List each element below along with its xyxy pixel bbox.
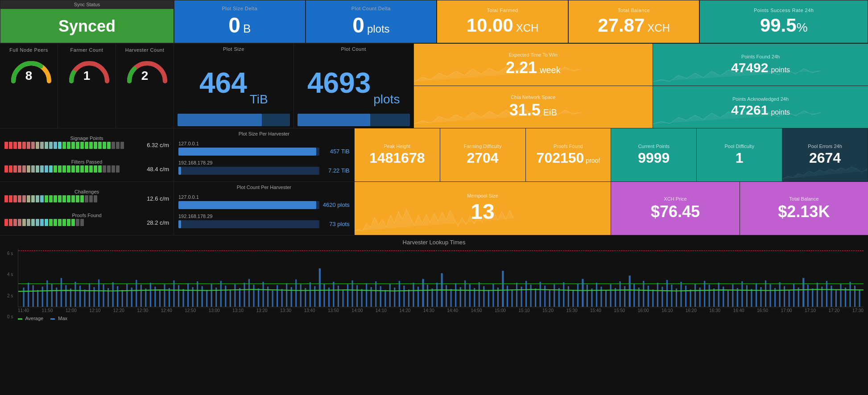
expected-time-unit: week bbox=[540, 65, 561, 75]
harvester2-ip: 192.168.178.29 bbox=[178, 160, 350, 165]
signage-bar bbox=[76, 142, 79, 149]
signage-bar bbox=[54, 142, 57, 149]
svg-rect-140 bbox=[680, 282, 682, 307]
svg-rect-119 bbox=[582, 279, 583, 307]
plot-size-label: Plot Size bbox=[174, 44, 293, 52]
filter-bar bbox=[40, 165, 44, 173]
signage-section: Signage Points bbox=[0, 128, 174, 181]
svg-rect-6 bbox=[51, 284, 53, 307]
svg-rect-158 bbox=[765, 280, 766, 307]
svg-rect-98 bbox=[483, 286, 484, 307]
points-success-value: 99.5 bbox=[760, 15, 797, 36]
harvester2-bar bbox=[178, 167, 181, 175]
chia-network-unit: EiB bbox=[543, 107, 557, 118]
harvester-lookup-section: Harvester Lookup Times 6 s 4 s 2 s 0 s bbox=[0, 235, 868, 325]
svg-rect-62 bbox=[314, 286, 315, 307]
stats-row4: Mempool Size 13 XCH Price $76.45 Total B… bbox=[355, 182, 868, 235]
svg-rect-161 bbox=[779, 282, 781, 307]
chart-legend: Average Max bbox=[18, 316, 864, 321]
svg-rect-143 bbox=[694, 284, 696, 307]
svg-rect-174 bbox=[840, 284, 841, 307]
total-balance-cell-r4: Total Balance $2.13K bbox=[740, 182, 868, 235]
svg-rect-129 bbox=[629, 276, 631, 307]
svg-rect-48 bbox=[248, 279, 250, 307]
svg-rect-152 bbox=[737, 288, 738, 307]
total-farmed-cell: Total Farmed 10.00 XCH bbox=[437, 0, 568, 43]
expected-time-cell: Expected Time To Win 2.21 week bbox=[414, 44, 653, 86]
chart-title: Harvester Lookup Times bbox=[4, 239, 864, 246]
svg-rect-165 bbox=[798, 288, 799, 307]
farmer-count-cell: Farmer Count 1 bbox=[58, 44, 116, 128]
svg-rect-175 bbox=[845, 288, 846, 307]
signage-bar bbox=[85, 142, 88, 149]
svg-rect-120 bbox=[587, 285, 588, 307]
svg-rect-77 bbox=[384, 290, 386, 307]
svg-rect-138 bbox=[671, 285, 672, 307]
harvester1-bar bbox=[178, 148, 316, 156]
svg-rect-9 bbox=[65, 285, 66, 307]
svg-rect-88 bbox=[436, 283, 438, 307]
current-points-value: 9999 bbox=[638, 150, 670, 166]
peak-height-value: 1481678 bbox=[369, 150, 425, 166]
svg-rect-154 bbox=[746, 285, 748, 307]
filters-value: 48.4 c/m bbox=[138, 166, 169, 173]
svg-rect-56 bbox=[286, 283, 287, 307]
challenges-value: 12.6 c/m bbox=[138, 195, 169, 202]
svg-rect-85 bbox=[422, 279, 424, 307]
svg-rect-49 bbox=[253, 285, 254, 307]
svg-rect-8 bbox=[61, 278, 62, 307]
filter-bar bbox=[71, 165, 75, 173]
plot-size-delta-value: 0 bbox=[228, 13, 240, 37]
pharvester2-val: 73 plots bbox=[323, 221, 350, 227]
svg-rect-151 bbox=[732, 284, 733, 307]
plot-size-delta-unit: B bbox=[243, 22, 251, 36]
filter-bar bbox=[54, 165, 57, 173]
signage-bar bbox=[45, 142, 48, 149]
chart-area bbox=[18, 249, 864, 307]
filter-bar bbox=[58, 165, 62, 173]
plot-count-delta-cell: Plot Count Delta 0 plots bbox=[306, 0, 437, 43]
svg-rect-164 bbox=[793, 284, 794, 307]
svg-rect-94 bbox=[464, 280, 466, 307]
total-farmed-unit: XCH bbox=[516, 22, 539, 34]
pool-difficulty-label: Pool Difficulty bbox=[724, 144, 754, 149]
chia-network-label: Chia Network Space bbox=[511, 95, 555, 100]
points-found-24h-cell: Points Found 24h 47492 points bbox=[653, 44, 868, 86]
svg-rect-110 bbox=[540, 282, 541, 307]
svg-rect-102 bbox=[502, 271, 504, 307]
plot-size-per-harvester-label: Plot Size Per Harvester bbox=[178, 131, 350, 136]
proofs-found-value: 702150 bbox=[537, 150, 584, 166]
signage-points-row: Signage Points bbox=[4, 136, 169, 151]
signage-bar bbox=[40, 142, 44, 149]
expected-time-value: 2.21 bbox=[506, 58, 537, 77]
filters-bars bbox=[4, 165, 134, 173]
svg-rect-173 bbox=[835, 289, 837, 307]
svg-rect-146 bbox=[709, 285, 710, 307]
plot-count-value: 4693 bbox=[307, 66, 371, 99]
plot-count-delta-label: Plot Count Delta bbox=[351, 6, 391, 11]
filter-bar bbox=[49, 165, 53, 173]
svg-rect-66 bbox=[333, 282, 334, 307]
farmer-count-value: 1 bbox=[83, 69, 91, 83]
proofs-found-cell: Proofs Found 702150 proof bbox=[526, 128, 612, 181]
proofs-found-bar-label: Proofs Found bbox=[4, 213, 169, 218]
farming-difficulty-cell: Farming Difficulty 2704 bbox=[440, 128, 526, 181]
svg-rect-26 bbox=[145, 288, 146, 307]
svg-rect-103 bbox=[507, 286, 508, 307]
svg-rect-166 bbox=[802, 278, 804, 307]
svg-rect-70 bbox=[351, 280, 353, 307]
filter-bar bbox=[85, 165, 88, 173]
svg-rect-100 bbox=[492, 284, 494, 307]
filter-bar bbox=[67, 165, 70, 173]
total-balance-label-r4: Total Balance bbox=[789, 196, 818, 202]
svg-rect-63 bbox=[319, 268, 321, 307]
xch-price-label: XCH Price bbox=[664, 196, 686, 202]
svg-rect-108 bbox=[530, 285, 532, 307]
points-success-unit: % bbox=[797, 21, 808, 35]
svg-rect-17 bbox=[103, 284, 104, 307]
signage-bar bbox=[18, 142, 21, 149]
svg-rect-147 bbox=[713, 288, 715, 307]
svg-rect-11 bbox=[74, 282, 76, 307]
svg-rect-105 bbox=[516, 283, 517, 307]
svg-rect-53 bbox=[272, 290, 273, 307]
